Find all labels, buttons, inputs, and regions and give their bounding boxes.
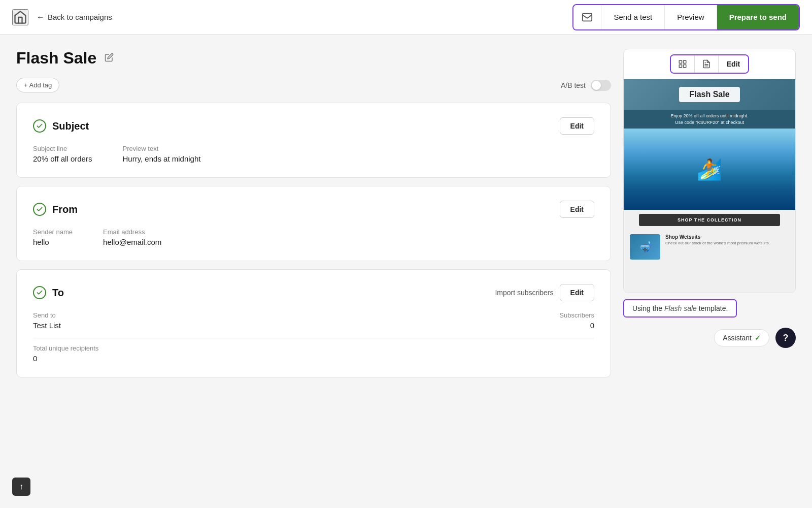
to-fields-row: Send to Test List Subscribers 0 — [33, 311, 594, 330]
subscribers-group: Subscribers 0 — [559, 311, 594, 330]
preview-text-label: Preview text — [122, 145, 200, 152]
preview-toolbar: Edit — [624, 49, 795, 79]
to-header-right: Import subscribers Edit — [495, 284, 594, 301]
product-desc: Check out our stock of the world's most … — [665, 241, 789, 245]
from-check-icon — [33, 203, 46, 216]
back-label: Back to campaigns — [48, 13, 112, 21]
from-title-group: From — [33, 203, 78, 216]
sender-name-value: hello — [33, 238, 73, 246]
promo-line2: Use code "KSURF20" at checkout — [628, 119, 791, 126]
to-edit-button[interactable]: Edit — [560, 284, 594, 301]
svg-rect-0 — [583, 13, 592, 21]
preview-button[interactable]: Preview — [665, 5, 717, 29]
from-card: From Edit Sender name hello Email addres… — [16, 186, 611, 261]
svg-rect-2 — [683, 60, 686, 63]
tag-ab-row: + Add tag A/B test — [16, 78, 611, 92]
subject-edit-button[interactable]: Edit — [560, 117, 594, 135]
assistant-check-icon: ✓ — [755, 334, 761, 342]
subject-line-label: Subject line — [33, 145, 92, 152]
page-title: Flash Sale — [16, 49, 96, 68]
preview-text-icon-button[interactable] — [695, 55, 719, 73]
shop-collection-button: SHOP THE COLLECTION — [639, 214, 780, 226]
svg-rect-4 — [683, 65, 686, 68]
promo-line1: Enjoy 20% off all orders until midnight. — [628, 113, 791, 119]
top-navigation: ← Back to campaigns Send a test Preview … — [0, 0, 812, 35]
preview-toolbar-inner: Edit — [670, 54, 749, 74]
to-card-header: To Import subscribers Edit — [33, 284, 594, 301]
right-panel: Edit Flash Sale Enjoy 20% off all orders… — [623, 49, 796, 386]
subject-title-group: Subject — [33, 119, 89, 133]
subject-check-icon — [33, 119, 46, 133]
email-preview-header: Flash Sale — [624, 79, 795, 110]
preview-layout-icon-button[interactable] — [671, 55, 695, 73]
page-title-row: Flash Sale — [16, 49, 611, 68]
subject-card-fields: Subject line 20% off all orders Preview … — [33, 145, 594, 163]
send-test-button[interactable]: Send a test — [601, 5, 665, 29]
email-address-group: Email address hello@email.com — [103, 228, 161, 246]
to-card: To Import subscribers Edit Send to Test … — [16, 269, 611, 377]
nav-left: ← Back to campaigns — [12, 9, 112, 25]
subscribers-value: 0 — [559, 321, 594, 330]
wave-shape — [624, 179, 795, 210]
product-title: Shop Wetsuits — [665, 234, 789, 240]
to-card-title: To — [52, 287, 64, 299]
email-title-box: Flash Sale — [679, 87, 739, 102]
nav-actions: Send a test Preview Prepare to send — [572, 4, 800, 30]
template-badge: Using the Flash sale template. — [623, 299, 796, 318]
add-tag-button[interactable]: + Add tag — [16, 78, 59, 92]
prepare-to-send-button[interactable]: Prepare to send — [717, 5, 799, 29]
send-to-label: Send to — [33, 311, 61, 319]
preview-edit-button[interactable]: Edit — [719, 55, 748, 73]
help-button[interactable]: ? — [775, 328, 796, 348]
subscribers-label: Subscribers — [559, 311, 594, 319]
back-arrow-icon: ← — [37, 13, 45, 22]
email-preview-area: Flash Sale Enjoy 20% off all orders unti… — [624, 79, 795, 293]
email-preview: Flash Sale Enjoy 20% off all orders unti… — [624, 79, 795, 293]
total-recipients-value: 0 — [33, 354, 594, 363]
email-product-info: Shop Wetsuits Check out our stock of the… — [665, 234, 789, 245]
from-edit-button[interactable]: Edit — [560, 201, 594, 218]
main-content: Flash Sale + Add tag A/B test — [0, 35, 812, 400]
to-check-icon — [33, 286, 46, 299]
edit-title-button[interactable] — [103, 51, 116, 66]
svg-rect-1 — [679, 60, 682, 63]
preview-text-value: Hurry, ends at midnight — [122, 154, 200, 163]
email-preview-container: Edit Flash Sale Enjoy 20% off all orders… — [623, 49, 796, 293]
send-to-value: Test List — [33, 321, 61, 330]
subject-card-header: Subject Edit — [33, 117, 594, 135]
ab-test-toggle[interactable] — [591, 80, 611, 91]
svg-rect-3 — [679, 65, 682, 68]
import-subscribers-link[interactable]: Import subscribers — [495, 289, 553, 297]
subject-line-group: Subject line 20% off all orders — [33, 145, 92, 163]
subject-line-value: 20% off all orders — [33, 154, 92, 163]
email-promo-banner: Enjoy 20% off all orders until midnight.… — [624, 110, 795, 129]
subject-card-title: Subject — [52, 120, 89, 132]
assistant-button[interactable]: Assistant ✓ — [714, 329, 769, 346]
email-address-value: hello@email.com — [103, 238, 161, 246]
product-image: 🤿 — [630, 234, 660, 260]
surfer-figure: 🏄 — [697, 157, 722, 181]
home-button[interactable] — [12, 9, 28, 25]
left-panel: Flash Sale + Add tag A/B test — [16, 49, 611, 386]
email-icon-button[interactable] — [573, 5, 601, 29]
template-text-prefix: Using the — [632, 304, 664, 312]
total-recipients-label: Total unique recipients — [33, 344, 594, 352]
assistant-label: Assistant — [723, 334, 752, 342]
email-preview-title: Flash Sale — [689, 90, 729, 99]
back-to-campaigns-link[interactable]: ← Back to campaigns — [37, 13, 112, 22]
template-name: Flash sale — [664, 304, 697, 312]
total-recipients-group: Total unique recipients 0 — [33, 344, 594, 363]
email-product-row: 🤿 Shop Wetsuits Check out our stock of t… — [624, 230, 795, 264]
send-to-group: Send to Test List — [33, 311, 61, 330]
card-divider — [33, 338, 594, 338]
assistant-row: Assistant ✓ ? — [623, 324, 796, 352]
from-card-title: From — [52, 204, 78, 215]
from-card-fields: Sender name hello Email address hello@em… — [33, 228, 594, 246]
subject-card: Subject Edit Subject line 20% off all or… — [16, 103, 611, 178]
email-address-label: Email address — [103, 228, 161, 236]
from-card-header: From Edit — [33, 201, 594, 218]
to-header-left: To — [33, 286, 64, 299]
email-hero-image: 🏄 — [624, 129, 795, 210]
preview-text-group: Preview text Hurry, ends at midnight — [122, 145, 200, 163]
sender-name-label: Sender name — [33, 228, 73, 236]
